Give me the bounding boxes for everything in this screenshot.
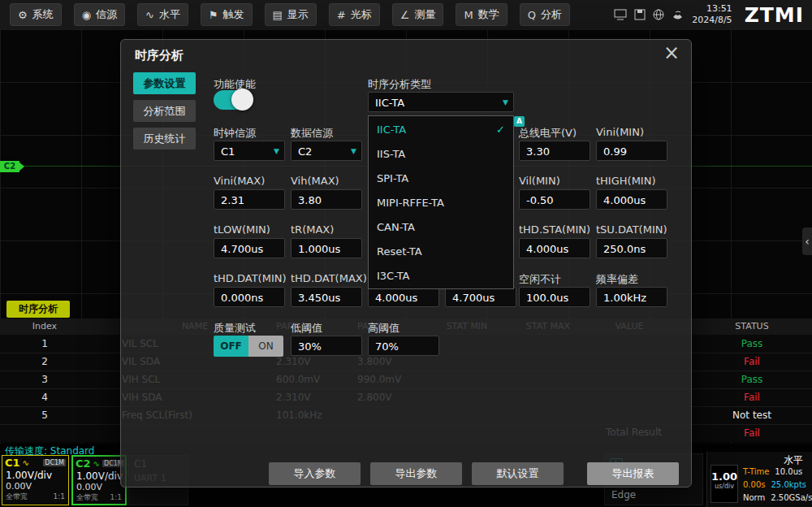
phone-icon[interactable] [672, 9, 685, 20]
default-settings-button[interactable]: 默认设置 [472, 462, 564, 485]
quality-on-button[interactable]: ON [248, 336, 283, 357]
close-icon[interactable]: × [663, 41, 680, 64]
vini-max-field[interactable]: 2.31 [214, 189, 285, 210]
tlow-min-field[interactable]: 4.700us [214, 238, 285, 258]
channel-1-badge[interactable]: C1 ∿ DC1M 1.00V/div 0.00V 全带宽1:1 [2, 455, 69, 505]
probe-icon: ◉ [82, 9, 91, 21]
network-icon[interactable] [653, 9, 664, 20]
option-i3c-ta[interactable]: I3C-TA [369, 264, 513, 288]
quality-off-button[interactable]: OFF [214, 336, 248, 357]
sample-rate: 2.50GSa/s [771, 492, 812, 505]
high-threshold-label: 高阈值 [368, 321, 400, 336]
tab-parameter-settings[interactable]: 参数设置 [133, 72, 196, 94]
menu-cursor-button[interactable]: #光标 [329, 3, 380, 26]
side-panel-handle[interactable]: ‹ [802, 228, 812, 255]
export-params-button[interactable]: 导出参数 [370, 462, 462, 485]
tr-max-label: tR(MAX) [291, 223, 334, 236]
thigh-min-field[interactable]: 4.000us [596, 189, 667, 210]
option-mipi-rffe-ta[interactable]: MIPI-RFFE-TA [369, 191, 513, 215]
tsu-dat-min-field[interactable]: 250.0ns [596, 238, 667, 258]
clock-date: 2024/8/5 [692, 15, 732, 26]
vini-max-label: Vini(MAX) [214, 175, 265, 187]
option-spi-ta[interactable]: SPI-TA [369, 167, 513, 191]
tab-history-stats[interactable]: 历史统计 [133, 128, 196, 150]
channel-2-offset: 0.00V [73, 482, 125, 492]
hidden-field-1[interactable]: 4.000us [368, 287, 439, 307]
menu-trigger-button[interactable]: ⚑触发 [201, 3, 253, 26]
clock-source-value: C1 [221, 145, 235, 158]
option-iic-ta[interactable]: IIC-TA✓ [369, 118, 513, 142]
channel-2-scale: 1.00V/div [73, 470, 125, 482]
coupling-badge: DC1M [43, 459, 66, 466]
menu-display-label: 显示 [287, 7, 309, 22]
menu-display-button[interactable]: ▤显示 [265, 3, 317, 26]
menu-horizontal-label: 水平 [159, 7, 180, 22]
menu-cursor-label: 光标 [351, 7, 372, 22]
acq-mode: Norm [743, 492, 765, 505]
save-icon[interactable] [634, 9, 646, 20]
clock-source-dropdown[interactable]: C1 ▼ [214, 141, 285, 161]
channel-2-badge[interactable]: C2 ∿ DC1M 1.00V/div 0.00V 全带宽1:1 [71, 455, 127, 505]
thd-dat-max-field[interactable]: 3.450us [291, 287, 362, 307]
delay-value: 0.00s [743, 479, 765, 492]
data-source-value: C2 [298, 145, 312, 158]
vil-min-field[interactable]: -0.50 [519, 189, 590, 210]
measure-icon: ∠ [400, 9, 410, 21]
chevron-down-icon: ▼ [274, 141, 279, 162]
thd-dat-max-label: tHD.DAT(MAX) [291, 272, 367, 284]
horizontal-readouts: T-Time10.0us 0.00s25.0kpts Norm2.50GSa/s [743, 466, 812, 505]
check-icon: ✓ [496, 118, 505, 142]
c2-channel-marker[interactable]: C2 [0, 161, 19, 172]
status-badge: Fail [692, 353, 812, 370]
channel-1-offset: 0.00V [2, 481, 68, 492]
hidden-field-2[interactable]: 4.700us [445, 287, 516, 307]
thd-sta-min-field[interactable]: 4.000us [519, 238, 590, 258]
timebase-box: 1.00 us/div [710, 465, 738, 503]
low-threshold-field[interactable]: 30% [291, 336, 362, 356]
high-threshold-field[interactable]: 70% [368, 336, 439, 356]
menu-source-button[interactable]: ◉信源 [74, 3, 125, 26]
menu-measure-label: 测量 [414, 7, 435, 22]
tab-analysis-range[interactable]: 分析范围 [133, 100, 196, 122]
idle-skip-field[interactable]: 100.0us [519, 287, 590, 307]
brand-logo: ZTMI [745, 3, 804, 27]
menu-analyze-button[interactable]: Q分析 [520, 3, 570, 26]
data-source-label: 数据信源 [291, 126, 333, 141]
clock-source-label: 时钟信源 [214, 126, 256, 141]
menu-measure-button[interactable]: ∠测量 [392, 3, 444, 26]
freq-dev-field[interactable]: 1.00kHz [596, 287, 667, 307]
type-dropdown[interactable]: IIC-TA ▼ [368, 92, 514, 112]
enable-toggle[interactable] [214, 90, 251, 110]
vini-min-field[interactable]: 0.99 [596, 141, 667, 161]
tr-max-field[interactable]: 1.000us [291, 238, 362, 258]
import-params-button[interactable]: 导入参数 [269, 462, 361, 485]
chevron-down-icon: ▼ [503, 93, 508, 113]
clock-time: 13:51 [692, 3, 732, 15]
screencast-icon[interactable] [614, 9, 627, 20]
timing-analysis-tab[interactable]: 时序分析 [6, 301, 70, 318]
menu-horizontal-button[interactable]: ∿水平 [137, 3, 188, 26]
topbar: ⚙系统 ◉信源 ∿水平 ⚑触发 ▤显示 #光标 ∠测量 M数学 Q分析 13:5… [0, 0, 812, 29]
menu-math-button[interactable]: M数学 [456, 3, 507, 26]
tlow-min-label: tLOW(MIN) [214, 223, 270, 236]
data-source-dropdown[interactable]: C2 ▼ [291, 141, 362, 161]
chevron-down-icon: ▼ [351, 141, 356, 162]
thd-dat-min-field[interactable]: 0.000ns [214, 287, 285, 307]
horizontal-panel[interactable]: 水平 1.00 us/div T-Time10.0us 0.00s25.0kpt… [706, 452, 812, 507]
type-label: 时序分析类型 [368, 77, 431, 92]
channel-2-bandwidth: 全带宽 [76, 492, 98, 502]
t-time-value: 10.0us [775, 466, 802, 479]
vini-min-label: Vini(MIN) [596, 126, 644, 138]
option-can-ta[interactable]: CAN-TA [369, 215, 513, 240]
menu-system-button[interactable]: ⚙系统 [10, 3, 62, 26]
menu-math-label: 数学 [478, 7, 499, 22]
export-report-button[interactable]: 导出报表 [587, 462, 679, 485]
search-icon: Q [528, 9, 536, 21]
bus-level-field[interactable]: 3.30 [519, 141, 590, 161]
vih-max-field[interactable]: 3.80 [291, 189, 362, 210]
channel-1-probe: 1:1 [54, 492, 65, 501]
option-iis-ta[interactable]: IIS-TA [369, 142, 513, 167]
status-badge: Pass [692, 370, 812, 388]
topbar-status-area: 13:51 2024/8/5 ZTMI [614, 3, 812, 27]
option-reset-ta[interactable]: Reset-TA [369, 240, 513, 264]
